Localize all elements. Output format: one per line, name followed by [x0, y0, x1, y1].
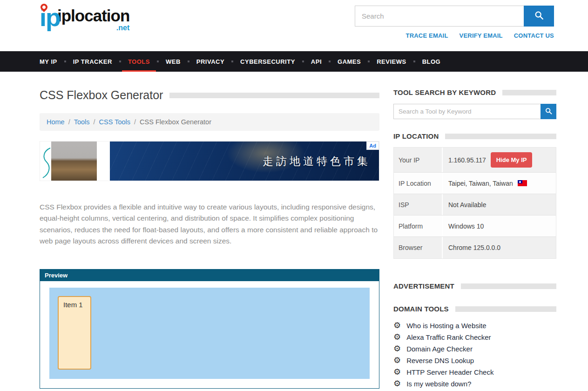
table-row: Platform Windows 10 — [394, 216, 556, 237]
breadcrumb-separator: / — [134, 118, 136, 126]
logo-text-wrap: iplocation .net — [57, 7, 129, 32]
table-row: IP Location Taipei, Taiwan, Taiwan — [394, 173, 556, 194]
ad-banner[interactable]: 走訪地道特色市集 Ad — [40, 141, 379, 181]
hide-my-ip-button[interactable]: Hide My IP — [491, 152, 533, 168]
domain-tool-label: Who is Hosting a Website — [406, 322, 486, 330]
nav-item-api[interactable]: API — [304, 51, 329, 72]
your-ip-value: 1.160.95.117 — [448, 156, 486, 164]
preview-header: Preview — [40, 270, 379, 281]
trace-email-link[interactable]: TRACE EMAIL — [406, 32, 448, 39]
gear-icon: ⚙ — [393, 333, 401, 341]
site-search-button[interactable] — [524, 6, 554, 27]
tool-search-heading: TOOL SEARCH BY KEYWORD — [393, 88, 496, 96]
ip-location-value: Taipei, Taiwan, Taiwan — [448, 180, 513, 187]
domain-tool-label: HTTP Server Header Check — [406, 368, 493, 376]
ip-row-label: ISP — [394, 194, 443, 215]
tool-description: CSS Flexbox provides a flexible and intu… — [40, 202, 379, 247]
tool-search-button[interactable] — [541, 104, 556, 119]
logo-mark: ip — [40, 5, 60, 30]
gear-icon: ⚙ — [393, 344, 401, 353]
page-title-row: CSS Flexbox Generator — [40, 88, 379, 102]
domain-tool-domain-age[interactable]: ⚙ Domain Age Checker — [393, 344, 556, 353]
ip-location-table: Your IP 1.160.95.117 Hide My IP IP Locat… — [393, 147, 556, 259]
ad-decoration — [40, 142, 51, 181]
preview-panel: Preview Item 1 — [40, 269, 379, 389]
domain-tool-label: Domain Age Checker — [406, 345, 473, 353]
site-search-input[interactable] — [355, 6, 524, 27]
ad-choices-badge[interactable]: Ad — [366, 142, 379, 150]
nav-item-games[interactable]: GAMES — [331, 51, 368, 72]
ip-row-value: 1.160.95.117 Hide My IP — [443, 148, 556, 172]
sidebar: TOOL SEARCH BY KEYWORD IP LOCATION Your … — [393, 88, 556, 391]
domain-tool-whois-hosting[interactable]: ⚙ Who is Hosting a Website — [393, 321, 556, 330]
contact-us-link[interactable]: CONTACT US — [514, 32, 554, 39]
ad-caption: 走訪地道特色市集 — [263, 154, 379, 169]
domain-tool-label: Is my website down? — [406, 380, 471, 388]
ip-row-label: Your IP — [394, 148, 443, 172]
nav-item-my-ip[interactable]: MY IP — [40, 51, 64, 72]
tool-search — [393, 104, 556, 119]
ip-row-label: IP Location — [394, 173, 443, 194]
gear-icon: ⚙ — [393, 368, 401, 376]
isp-value: Not Available — [443, 196, 556, 213]
domain-tool-label: Reverse DNS Lookup — [406, 357, 474, 364]
ad-image-main: 走訪地道特色市集 Ad — [110, 142, 379, 181]
breadcrumb-tools[interactable]: Tools — [74, 118, 90, 126]
main-column: CSS Flexbox Generator Home / Tools / CSS… — [40, 88, 379, 391]
breadcrumb-separator: / — [94, 118, 95, 126]
heading-decoration-bar — [445, 134, 556, 139]
nav-item-tools[interactable]: TOOLS — [121, 51, 157, 72]
heading-decoration-bar — [461, 283, 556, 289]
breadcrumb-css-tools[interactable]: CSS Tools — [99, 118, 130, 126]
table-row: Your IP 1.160.95.117 Hide My IP — [394, 148, 556, 173]
breadcrumb: Home / Tools / CSS Tools / CSS Flexbox G… — [40, 113, 379, 131]
breadcrumb-current: CSS Flexbox Generator — [140, 118, 211, 126]
table-row: Browser Chrome 125.0.0.0 — [394, 237, 556, 258]
gear-icon: ⚙ — [393, 356, 401, 364]
site-search — [355, 6, 554, 27]
browser-value: Chrome 125.0.0.0 — [443, 239, 556, 256]
flexbox-preview-item[interactable]: Item 1 — [58, 296, 91, 370]
domain-tool-reverse-dns[interactable]: ⚙ Reverse DNS Lookup — [393, 356, 556, 364]
search-icon — [534, 10, 544, 22]
domain-tools-heading-row: DOMAIN TOOLS — [393, 305, 556, 313]
platform-value: Windows 10 — [443, 218, 556, 235]
preview-body: Item 1 — [40, 281, 379, 388]
advertisement-heading: ADVERTISEMENT — [393, 282, 454, 290]
nav-item-ip-tracker[interactable]: IP TRACKER — [66, 51, 119, 72]
title-decoration-bar — [169, 93, 379, 98]
nav-item-privacy[interactable]: PRIVACY — [189, 51, 231, 72]
table-row: ISP Not Available — [394, 194, 556, 216]
header-links: TRACE EMAIL VERIFY EMAIL CONTACT US — [355, 32, 554, 39]
top-header: ip iplocation .net TRACE EMAIL VERIFY EM… — [0, 0, 588, 51]
nav-item-reviews[interactable]: REVIEWS — [370, 51, 413, 72]
main-nav: MY IP IP TRACKER TOOLS WEB PRIVACY CYBER… — [0, 51, 588, 72]
flexbox-preview-container: Item 1 — [49, 288, 370, 379]
logo-text: iplocation — [57, 7, 129, 24]
page-title: CSS Flexbox Generator — [40, 88, 163, 102]
verify-email-link[interactable]: VERIFY EMAIL — [460, 32, 503, 39]
domain-tools-heading: DOMAIN TOOLS — [393, 305, 449, 313]
site-logo[interactable]: ip iplocation .net — [40, 5, 129, 51]
gear-icon: ⚙ — [393, 321, 401, 330]
gear-icon: ⚙ — [393, 379, 401, 388]
domain-tool-website-down[interactable]: ⚙ Is my website down? — [393, 379, 556, 388]
taiwan-flag-icon — [518, 180, 527, 186]
ip-row-label: Platform — [394, 216, 443, 236]
domain-tool-alexa-rank[interactable]: ⚙ Alexa Traffic Rank Checker — [393, 333, 556, 341]
tool-search-input[interactable] — [393, 104, 541, 119]
ip-location-heading-row: IP LOCATION — [393, 132, 556, 140]
nav-item-cybersecurity[interactable]: CYBERSECURITY — [233, 51, 302, 72]
domain-tool-http-header[interactable]: ⚙ HTTP Server Header Check — [393, 368, 556, 376]
nav-item-blog[interactable]: BLOG — [415, 51, 448, 72]
content: CSS Flexbox Generator Home / Tools / CSS… — [0, 72, 588, 391]
heading-decoration-bar — [502, 90, 556, 95]
logo-tld: .net — [116, 24, 129, 32]
advertisement-heading-row: ADVERTISEMENT — [393, 282, 556, 290]
breadcrumb-home[interactable]: Home — [47, 118, 65, 126]
ip-row-label: Browser — [394, 237, 443, 258]
ad-gap — [97, 142, 110, 181]
domain-tool-label: Alexa Traffic Rank Checker — [406, 333, 491, 341]
domain-tools-list: ⚙ Who is Hosting a Website ⚙ Alexa Traff… — [393, 321, 556, 391]
nav-item-web[interactable]: WEB — [159, 51, 188, 72]
